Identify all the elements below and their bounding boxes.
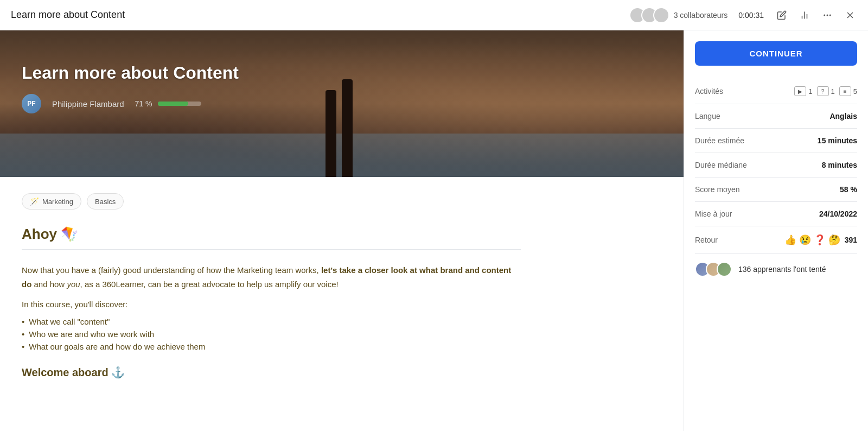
welcome-title-text: Welcome aboard ⚓	[22, 366, 125, 379]
svg-point-4	[827, 15, 828, 16]
section-title-text: Ahoy 🪁	[22, 226, 78, 243]
learner-avatar-3	[717, 262, 732, 277]
duree-estimee-label: Durée estimée	[695, 136, 744, 145]
duree-mediane-row: Durée médiane 8 minutes	[695, 153, 857, 178]
svg-point-3	[824, 15, 825, 16]
hero-content: Learn more about Content PF Philippine F…	[0, 30, 684, 130]
quiz-icon: ?	[817, 86, 829, 96]
activities-icons: ▶ 1 ? 1 ≡ 5	[794, 86, 857, 96]
topbar-icons	[775, 8, 857, 22]
stats-button[interactable]	[797, 8, 812, 22]
learners-row: 136 apprenants l'ont tenté	[695, 254, 857, 277]
act-doc-count: 5	[853, 87, 857, 96]
svg-point-5	[830, 15, 831, 16]
body-content: 🪄 Marketing Basics Ahoy 🪁 Now that you h…	[0, 177, 542, 395]
act-quiz-count: 1	[831, 87, 835, 96]
edit-icon	[777, 10, 787, 20]
edit-button[interactable]	[775, 8, 789, 22]
bullet-2: Who we are and who we work with	[22, 328, 521, 340]
activites-row: Activités ▶ 1 ? 1 ≡ 5	[695, 79, 857, 104]
bullet-list: What we call "content" Who we are and wh…	[22, 315, 521, 353]
doc-icon: ≡	[839, 86, 851, 96]
marketing-icon: 🪄	[30, 197, 39, 206]
progress-bar-fill	[158, 102, 189, 106]
langue-value: Anglais	[829, 112, 857, 121]
activites-label: Activités	[695, 87, 723, 96]
score-moyen-row: Score moyen 58 %	[695, 178, 857, 202]
para1-normal: and how	[31, 280, 67, 289]
act-quiz: ? 1	[817, 86, 835, 96]
score-moyen-value: 58 %	[840, 185, 857, 194]
welcome-title: Welcome aboard ⚓	[22, 366, 521, 379]
video-icon: ▶	[794, 86, 806, 96]
content-area: Learn more about Content PF Philippine F…	[0, 30, 684, 431]
langue-label: Langue	[695, 112, 720, 121]
mise-a-jour-label: Mise à jour	[695, 210, 732, 218]
duree-estimee-value: 15 minutes	[818, 136, 857, 145]
more-icon	[822, 10, 832, 20]
act-video: ▶ 1	[794, 86, 812, 96]
stats-icon	[800, 10, 809, 20]
para1-start: Now that you have a (fairly) good unders…	[22, 265, 321, 275]
progress-percent: 71 %	[135, 99, 152, 108]
score-moyen-label: Score moyen	[695, 185, 739, 194]
hero-author: Philippine Flambard	[52, 99, 124, 109]
main-layout: Learn more about Content PF Philippine F…	[0, 30, 868, 431]
retour-emojis: 👍 😢 ❓ 🤔	[784, 234, 840, 246]
hero-progress: 71 %	[135, 99, 201, 108]
learner-avatars	[695, 262, 732, 277]
bullet-1: What we call "content"	[22, 315, 521, 328]
tag-marketing[interactable]: 🪄 Marketing	[22, 193, 81, 210]
retour-label: Retour	[695, 236, 718, 244]
bullet-3: What our goals are and how do we achieve…	[22, 340, 521, 353]
learners-label: 136 apprenants l'ont tenté	[738, 265, 826, 274]
progress-bar-background	[158, 102, 201, 106]
avatar-stack	[629, 7, 669, 23]
retour-values: 👍 😢 ❓ 🤔 391	[784, 234, 857, 246]
avatar-3	[653, 7, 669, 23]
act-doc: ≡ 5	[839, 86, 857, 96]
discover-label: In this course, you'll discover:	[22, 300, 521, 309]
close-button[interactable]	[843, 8, 857, 22]
para1-italic: you	[67, 280, 80, 289]
retour-count: 391	[845, 236, 857, 244]
hero-meta: PF Philippine Flambard 71 %	[22, 94, 662, 113]
para1-end: , as a 360Learner, can be a great advoca…	[80, 280, 339, 289]
tag-marketing-label: Marketing	[42, 198, 73, 206]
act-video-count: 1	[808, 87, 812, 96]
timer: 0:00:31	[738, 11, 764, 20]
tags: 🪄 Marketing Basics	[22, 193, 521, 210]
continuer-button[interactable]: CONTINUER	[695, 41, 857, 66]
sidebar: CONTINUER Activités ▶ 1 ? 1 ≡ 5 L	[684, 30, 868, 431]
topbar: Learn more about Content 3 collaborateur…	[0, 0, 868, 30]
tag-basics[interactable]: Basics	[87, 193, 124, 210]
duree-mediane-value: 8 minutes	[822, 161, 857, 169]
more-button[interactable]	[820, 8, 834, 22]
duree-estimee-row: Durée estimée 15 minutes	[695, 129, 857, 153]
author-avatar: PF	[22, 94, 41, 113]
collaborators: 3 collaborateurs	[629, 7, 728, 23]
mise-a-jour-value: 24/10/2022	[819, 210, 857, 218]
langue-row: Langue Anglais	[695, 104, 857, 129]
retour-row: Retour 👍 😢 ❓ 🤔 391	[695, 226, 857, 254]
topbar-right: 3 collaborateurs 0:00:31	[629, 7, 857, 23]
mise-a-jour-row: Mise à jour 24/10/2022	[695, 202, 857, 226]
hero-title: Learn more about Content	[22, 63, 662, 83]
topbar-title: Learn more about Content	[11, 9, 125, 21]
section-divider	[22, 249, 521, 250]
collaborateurs-label: 3 collaborateurs	[674, 11, 728, 20]
duree-mediane-label: Durée médiane	[695, 161, 747, 169]
close-icon	[845, 10, 855, 20]
hero-banner: Learn more about Content PF Philippine F…	[0, 30, 684, 177]
tag-basics-label: Basics	[95, 198, 116, 206]
section-title: Ahoy 🪁	[22, 226, 521, 243]
body-paragraph-1: Now that you have a (fairly) good unders…	[22, 263, 521, 291]
